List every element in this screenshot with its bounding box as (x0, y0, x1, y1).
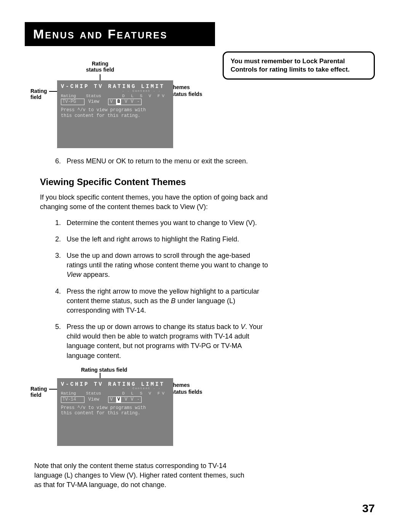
content-values: V B V V - (108, 99, 142, 105)
status-value: View (84, 99, 106, 105)
page-title: Menus and Features (25, 22, 215, 46)
osd-message: Press ^/v to view programs with this con… (61, 107, 169, 118)
highlighted-cell: B (116, 99, 121, 105)
content-values: V V V V - (108, 396, 142, 403)
intro-paragraph: If you block specific content themes, yo… (40, 193, 268, 212)
osd-headers: Rating Status D L S V FV (61, 391, 169, 396)
status-value: View (84, 397, 106, 403)
step-1: 1.Determine the content themes you want … (55, 218, 268, 228)
osd-headers: Rating Status D L S V FV (61, 94, 169, 99)
osd-diagram-1: Rating status field Rating field Content… (36, 61, 375, 149)
rating-value: TV-14 (61, 396, 84, 403)
step-6: 6. Press MENU or OK to return to the men… (55, 157, 268, 166)
osd-data-row: TV-PG View V B V V - (61, 99, 169, 105)
page-number: 37 (362, 502, 375, 515)
step-3: 3.Use the up and down arrows to scroll t… (55, 251, 268, 280)
rating-value: TV-PG (61, 99, 84, 105)
step-2: 2.Use the left and right arrows to highl… (55, 235, 268, 244)
callout-rating-status-field-2: Rating status field (81, 367, 127, 373)
osd-diagram-2: Rating status field Rating field Content… (36, 367, 375, 455)
osd-message: Press ^/v to view programs with this con… (61, 405, 169, 416)
note-paragraph: Note that only the content theme status … (34, 461, 247, 490)
highlighted-cell: V (116, 397, 121, 403)
osd-data-row: TV-14 View V V V V - (61, 396, 169, 403)
section-heading: Viewing Specific Content Themes (40, 177, 268, 187)
callout-rating-field-2: Rating field (30, 386, 47, 398)
callout-rating-status-field: Rating status field (77, 61, 123, 73)
step-4: 4.Press the right arrow to move the yell… (55, 287, 268, 316)
osd-screen-2: V-CHIP TV RATING LIMIT - - Content - - R… (57, 378, 173, 446)
step-5: 5.Press the up or down arrows to change … (55, 322, 268, 361)
callout-rating-field: Rating field (30, 88, 47, 100)
osd-screen-1: V-CHIP TV RATING LIMIT - - Content - - R… (57, 80, 173, 148)
